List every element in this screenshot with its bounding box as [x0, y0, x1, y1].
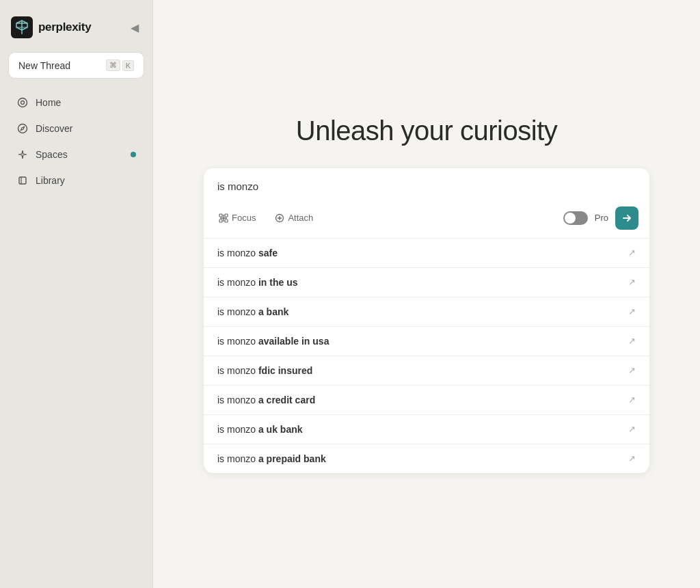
library-icon — [16, 174, 29, 187]
sidebar-item-spaces[interactable]: Spaces — [8, 142, 144, 168]
sparkle-icon — [16, 148, 29, 161]
sidebar-item-discover[interactable]: Discover — [8, 116, 144, 142]
collapse-sidebar-button[interactable]: ◀ — [128, 18, 142, 37]
search-toolbar: Focus Attach Pro — [204, 201, 649, 238]
sidebar-nav: Home Discover Spaces — [8, 90, 144, 193]
svg-rect-4 — [19, 177, 26, 184]
focus-button[interactable]: Focus — [215, 210, 260, 226]
pro-label: Pro — [595, 213, 608, 223]
perplexity-logo-icon — [11, 16, 33, 38]
suggestion-arrow-2: ↗ — [628, 306, 636, 317]
home-icon — [16, 96, 29, 109]
svg-rect-7 — [219, 214, 222, 217]
suggestion-item-0[interactable]: is monzo safe ↗ — [204, 239, 649, 268]
suggestion-item-6[interactable]: is monzo a uk bank ↗ — [204, 415, 649, 444]
sidebar: perplexity ◀ New Thread ⌘ K Home — [0, 0, 153, 588]
suggestion-text-6: is monzo a uk bank — [217, 424, 303, 435]
suggestion-item-7[interactable]: is monzo a prepaid bank ↗ — [204, 444, 649, 473]
toolbar-right: Pro — [563, 206, 638, 230]
svg-point-3 — [18, 124, 27, 133]
suggestion-text-3: is monzo available in usa — [217, 336, 329, 347]
collapse-icon: ◀ — [131, 21, 139, 34]
svg-point-1 — [18, 98, 27, 107]
attach-button[interactable]: Attach — [271, 210, 317, 226]
suggestion-item-1[interactable]: is monzo in the us ↗ — [204, 268, 649, 297]
shortcut-cmd: ⌘ — [106, 59, 120, 71]
suggestion-list: is monzo safe ↗ is monzo in the us ↗ is … — [204, 239, 649, 473]
suggestion-arrow-0: ↗ — [628, 248, 636, 258]
focus-icon — [219, 213, 228, 223]
new-thread-button[interactable]: New Thread ⌘ K — [8, 52, 144, 79]
sidebar-item-library-label: Library — [36, 175, 65, 186]
suggestion-item-2[interactable]: is monzo a bank ↗ — [204, 297, 649, 327]
svg-point-2 — [21, 101, 25, 105]
sidebar-item-home[interactable]: Home — [8, 90, 144, 116]
svg-rect-8 — [225, 214, 228, 217]
suggestion-arrow-7: ↗ — [628, 453, 636, 464]
search-input-area — [204, 168, 649, 201]
sidebar-item-home-label: Home — [36, 97, 61, 108]
compass-icon — [16, 122, 29, 135]
search-submit-button[interactable] — [615, 206, 638, 230]
svg-rect-9 — [219, 219, 222, 222]
sidebar-item-spaces-label: Spaces — [36, 149, 68, 160]
search-container: Focus Attach Pro — [204, 168, 649, 473]
suggestion-arrow-1: ↗ — [628, 277, 636, 287]
suggestion-text-2: is monzo a bank — [217, 306, 288, 317]
suggestion-arrow-4: ↗ — [628, 365, 636, 375]
sidebar-item-library[interactable]: Library — [8, 168, 144, 193]
attach-label: Attach — [288, 213, 313, 223]
suggestion-text-0: is monzo safe — [217, 248, 278, 258]
sidebar-header: perplexity ◀ — [8, 11, 144, 49]
suggestion-item-5[interactable]: is monzo a credit card ↗ — [204, 386, 649, 415]
spaces-dot-indicator — [131, 152, 136, 157]
logo: perplexity — [11, 16, 91, 38]
new-thread-label: New Thread — [18, 60, 70, 71]
suggestion-text-5: is monzo a credit card — [217, 395, 315, 405]
suggestion-text-7: is monzo a prepaid bank — [217, 453, 326, 464]
svg-rect-10 — [225, 219, 228, 222]
pro-toggle[interactable] — [563, 211, 588, 225]
submit-arrow-icon — [621, 213, 632, 224]
suggestion-item-4[interactable]: is monzo fdic insured ↗ — [204, 356, 649, 386]
focus-label: Focus — [232, 213, 256, 223]
suggestion-text-4: is monzo fdic insured — [217, 365, 312, 376]
suggestion-arrow-5: ↗ — [628, 395, 636, 405]
search-input[interactable] — [217, 181, 636, 192]
logo-text: perplexity — [38, 21, 91, 34]
suggestion-text-1: is monzo in the us — [217, 277, 297, 288]
suggestion-arrow-6: ↗ — [628, 424, 636, 434]
main-content: Unleash your curiosity Focus — [153, 0, 700, 588]
suggestion-item-3[interactable]: is monzo available in usa ↗ — [204, 327, 649, 356]
suggestion-arrow-3: ↗ — [628, 336, 636, 346]
sidebar-item-discover-label: Discover — [36, 123, 72, 134]
main-headline: Unleash your curiosity — [296, 116, 558, 146]
shortcut-key: K — [122, 60, 134, 71]
attach-icon — [275, 213, 284, 223]
new-thread-shortcut: ⌘ K — [106, 59, 134, 71]
